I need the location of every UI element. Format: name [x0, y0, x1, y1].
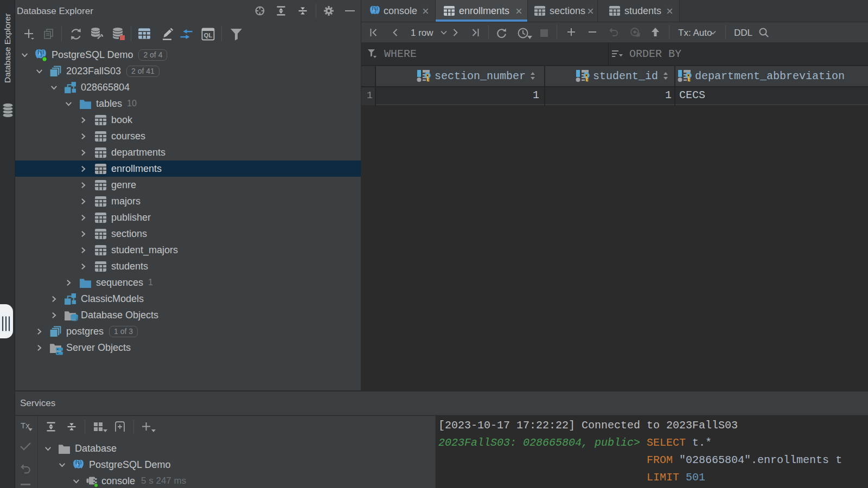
svg-text:QL: QL [204, 32, 213, 38]
